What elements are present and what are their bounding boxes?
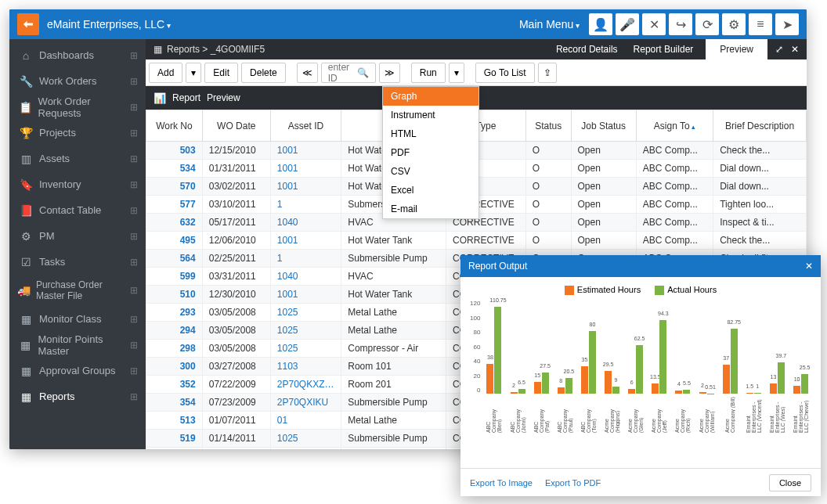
cell[interactable]: 01: [270, 412, 341, 430]
cell[interactable]: 354: [146, 394, 203, 412]
col-asign-to[interactable]: Asign To: [636, 110, 713, 142]
plus-icon[interactable]: ⊞: [130, 365, 138, 376]
col-wo-date[interactable]: WO Date: [202, 110, 270, 142]
col-job-status[interactable]: Job Status: [571, 110, 636, 142]
plus-icon[interactable]: ⊞: [130, 153, 138, 164]
export-image-link[interactable]: Export To Image: [470, 478, 533, 488]
table-row[interactable]: 49512/06/20101001Hot Water TankCORRECTIV…: [146, 232, 807, 250]
cell[interactable]: 577: [146, 196, 203, 214]
edit-button[interactable]: Edit: [204, 63, 238, 83]
logout-icon[interactable]: ↪: [669, 13, 692, 35]
sidebar-item-monitor-class[interactable]: ▦Monitor Class⊞: [9, 306, 146, 332]
plus-icon[interactable]: ⊞: [130, 314, 138, 325]
plus-icon[interactable]: ⊞: [130, 285, 138, 296]
cell[interactable]: 566: [146, 448, 203, 450]
cell[interactable]: 1025: [270, 304, 341, 322]
cell[interactable]: 1001: [270, 232, 341, 250]
plus-icon[interactable]: ⊞: [130, 76, 138, 87]
sidebar-item-contact-table[interactable]: 📕Contact Table⊞: [9, 197, 146, 223]
cell[interactable]: 1: [270, 196, 341, 214]
sidebar-item-tasks[interactable]: ☑Tasks⊞: [9, 249, 146, 275]
gear-icon[interactable]: ⚙: [722, 13, 746, 35]
cell[interactable]: 510: [146, 286, 203, 304]
sidebar-item-reports[interactable]: ▦Reports⊞: [9, 383, 146, 409]
mic-icon[interactable]: 🎤: [616, 13, 639, 35]
sidebar-item-dashboards[interactable]: ⌂Dashboards⊞: [9, 42, 146, 68]
run-chevron-down-icon[interactable]: ▾: [449, 63, 464, 83]
tools-icon[interactable]: ✕: [642, 13, 666, 35]
cell[interactable]: 1040: [270, 268, 341, 286]
cell[interactable]: 519: [146, 430, 203, 448]
cell[interactable]: 2P70QKXZHO: [270, 376, 341, 394]
sidebar-item-purchase-order-master-file[interactable]: 🚚Purchase Order Master File⊞: [9, 275, 146, 306]
cell[interactable]: 298: [146, 340, 203, 358]
cell[interactable]: 632: [146, 214, 203, 232]
gotolist-button[interactable]: Go To List: [475, 63, 535, 83]
sidebar-item-work-order-requests[interactable]: 📋Work Order Requests⊞: [9, 94, 146, 120]
cell[interactable]: 1001: [270, 160, 341, 178]
cell[interactable]: 1001: [270, 286, 341, 304]
add-chevron-down-icon[interactable]: ▾: [186, 63, 201, 83]
search-icon[interactable]: 🔍: [357, 67, 369, 78]
sidebar-item-work-orders[interactable]: 🔧Work Orders⊞: [9, 68, 146, 94]
cell[interactable]: 1025: [270, 322, 341, 340]
main-menu[interactable]: Main Menu: [519, 18, 580, 31]
col-brief-description[interactable]: Brief Description: [713, 110, 807, 142]
sidebar-item-assets[interactable]: ▥Assets⊞: [9, 146, 146, 171]
col-work-no[interactable]: Work No: [146, 110, 203, 142]
plus-icon[interactable]: ⊞: [130, 257, 138, 268]
close-icon[interactable]: ✕: [791, 44, 799, 55]
sidebar-item-pm[interactable]: ⚙PM⊞: [9, 223, 146, 249]
cell[interactable]: 1025: [270, 430, 341, 448]
enter-id-input[interactable]: enter ID🔍: [321, 63, 376, 83]
cell[interactable]: 300: [146, 358, 203, 376]
cell[interactable]: 495: [146, 232, 203, 250]
logo-icon[interactable]: [17, 13, 39, 35]
cell[interactable]: 534: [146, 160, 203, 178]
plus-icon[interactable]: ⊞: [130, 205, 138, 216]
cell[interactable]: 1001: [270, 142, 341, 160]
export-icon[interactable]: ⇪: [538, 63, 557, 83]
user-icon[interactable]: 👤: [589, 13, 612, 35]
cell[interactable]: 513: [146, 412, 203, 430]
plus-icon[interactable]: ⊞: [130, 231, 138, 242]
sidebar-item-projects[interactable]: 🏆Projects⊞: [9, 120, 146, 146]
cell[interactable]: 570: [146, 178, 203, 196]
plus-icon[interactable]: ⊞: [130, 391, 138, 402]
menu-icon[interactable]: ≡: [749, 13, 772, 35]
plus-icon[interactable]: ⊞: [130, 102, 138, 113]
cell[interactable]: 293: [146, 304, 203, 322]
dropdown-item-graph[interactable]: Graph: [383, 87, 479, 106]
first-icon[interactable]: ≪: [297, 63, 318, 83]
delete-button[interactable]: Delete: [241, 63, 286, 83]
add-button[interactable]: Add: [149, 63, 182, 83]
sidebar-item-monitor-points-master[interactable]: ▦Monitor Points Master⊞: [9, 332, 146, 358]
plus-icon[interactable]: ⊞: [130, 179, 138, 190]
cell[interactable]: 1001: [270, 178, 341, 196]
last-icon[interactable]: ≫: [379, 63, 400, 83]
cell[interactable]: 352: [146, 376, 203, 394]
report-builder[interactable]: Report Builder: [634, 44, 694, 55]
dropdown-item-pdf[interactable]: PDF: [383, 143, 479, 162]
dropdown-item-instrument[interactable]: Instrument: [383, 106, 479, 124]
plus-icon[interactable]: ⊞: [130, 340, 138, 351]
record-details[interactable]: Record Details: [556, 44, 618, 55]
plus-icon[interactable]: ⊞: [130, 50, 138, 61]
cell[interactable]: 294: [146, 322, 203, 340]
cell[interactable]: 1: [270, 250, 341, 268]
export-pdf-link[interactable]: Export To PDF: [545, 478, 601, 488]
dropdown-item-e-mail[interactable]: E-mail: [383, 200, 479, 218]
dropdown-item-html[interactable]: HTML: [383, 124, 479, 143]
cell[interactable]: 1: [270, 448, 341, 450]
cell[interactable]: 2P70QXIKU: [270, 394, 341, 412]
cell[interactable]: 1103: [270, 358, 341, 376]
cell[interactable]: 1025: [270, 340, 341, 358]
close-icon[interactable]: ✕: [805, 261, 813, 272]
dropdown-item-excel[interactable]: Excel: [383, 181, 479, 200]
company-name[interactable]: eMaint Enterprises, LLC: [47, 18, 171, 31]
col-asset-id[interactable]: Asset ID: [270, 110, 341, 142]
cell[interactable]: 1040: [270, 214, 341, 232]
expand-icon[interactable]: ⤢: [775, 44, 783, 55]
sidebar-item-approval-groups[interactable]: ▦Approval Groups⊞: [9, 358, 146, 383]
sidebar-item-inventory[interactable]: 🔖Inventory⊞: [9, 171, 146, 197]
